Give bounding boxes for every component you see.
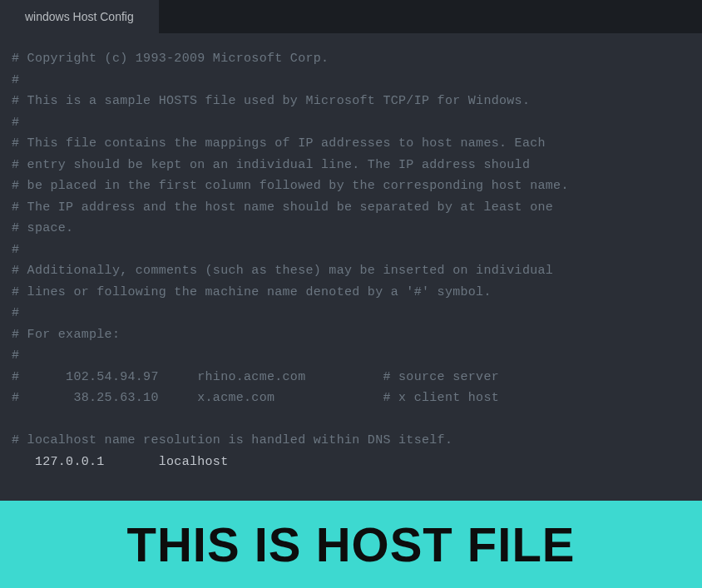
tab-label: windows Host Config: [25, 10, 134, 23]
banner: THIS IS HOST FILE: [0, 501, 702, 588]
editor-line: #: [12, 240, 690, 261]
editor-line: [12, 409, 690, 431]
editor-line: #: [12, 70, 690, 91]
editor-line: # be placed in the first column followed…: [12, 175, 690, 197]
banner-text: THIS IS HOST FILE: [126, 516, 575, 572]
editor-line: # For example:: [12, 324, 690, 346]
editor-line: # entry should be kept on an individual …: [12, 155, 690, 176]
editor-line: 127.0.0.1 localhost: [12, 452, 690, 473]
tab-hosts-config[interactable]: windows Host Config: [0, 0, 160, 33]
editor-line: # The IP address and the host name shoul…: [12, 197, 690, 219]
editor-line: # localhost name resolution is handled w…: [12, 430, 690, 452]
editor-line: # lines or following the machine name de…: [12, 282, 690, 304]
editor-line: # This is a sample HOSTS file used by Mi…: [12, 91, 690, 112]
editor-line: # This file contains the mappings of IP …: [12, 133, 690, 155]
editor-line: # Additionally, comments (such as these)…: [12, 260, 690, 282]
editor-area[interactable]: # Copyright (c) 1993-2009 Microsoft Corp…: [0, 33, 702, 501]
editor-line: #: [12, 112, 690, 134]
editor-line: #: [12, 345, 690, 367]
editor-line: # space.: [12, 218, 690, 240]
editor-line: # 38.25.63.10 x.acme.com # x client host: [12, 388, 690, 409]
editor-line: # Copyright (c) 1993-2009 Microsoft Corp…: [12, 48, 690, 70]
editor-line: #: [12, 303, 690, 324]
tab-bar: windows Host Config: [0, 0, 702, 33]
editor-line: # 102.54.94.97 rhino.acme.com # source s…: [12, 367, 690, 388]
